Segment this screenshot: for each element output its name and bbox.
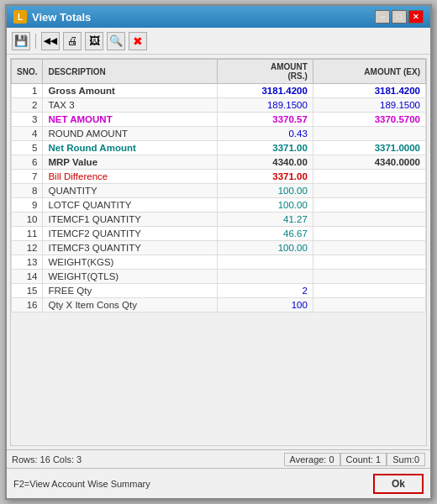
table-row: 41.27 (218, 213, 313, 227)
table-row: 189.1500 (313, 98, 425, 113)
table-row: 3371.00 (218, 170, 313, 184)
table-row: 100.00 (218, 241, 313, 255)
table-row: ROUND AMOUNT (43, 127, 218, 141)
table-row (313, 198, 425, 213)
table-row (313, 255, 425, 270)
table-row: 14 (12, 270, 43, 284)
data-table-container[interactable]: SNO. DESCRIPTION AMOUNT(RS.) AMOUNT (EX)… (10, 58, 427, 446)
table-row (313, 127, 425, 141)
table-row: 13 (12, 255, 43, 270)
content-area: SNO. DESCRIPTION AMOUNT(RS.) AMOUNT (EX)… (7, 55, 430, 449)
table-row: 0.43 (218, 127, 313, 141)
table-row: 2 (218, 284, 313, 298)
table-row (218, 270, 313, 284)
table-row: ITEMCF1 QUANTITY (43, 213, 218, 227)
table-row: Gross Amount (43, 84, 218, 98)
main-window: L View Totals ─ □ ✕ 💾 ◀◀ 🖨 🖼 🔍 ✖ SNO. DE… (5, 4, 432, 500)
table-row: 15 (12, 284, 43, 298)
table-row (313, 184, 425, 198)
status-rows-cols: Rows: 16 Cols: 3 (12, 454, 284, 465)
table-row: NET AMOUNT (43, 113, 218, 127)
image-button[interactable]: 🖼 (85, 32, 103, 50)
table-row: 8 (12, 184, 43, 198)
table-header-row: SNO. DESCRIPTION AMOUNT(RS.) AMOUNT (EX) (12, 60, 426, 84)
table-row (313, 284, 425, 298)
table-row: ITEMCF2 QUANTITY (43, 227, 218, 241)
window-controls: ─ □ ✕ (375, 10, 424, 24)
table-row: 100 (218, 298, 313, 312)
table-row: 12 (12, 241, 43, 255)
status-average: Average: 0 (284, 453, 340, 466)
col-amount-rs: AMOUNT(RS.) (218, 60, 313, 84)
table-row: 4340.0000 (313, 155, 425, 170)
status-sum: Sum:0 (387, 453, 425, 466)
data-table: SNO. DESCRIPTION AMOUNT(RS.) AMOUNT (EX)… (11, 59, 426, 312)
status-count: Count: 1 (340, 453, 387, 466)
delete-button[interactable]: ✖ (129, 32, 147, 50)
f2-hint: F2=View Account Wise Summary (13, 479, 150, 489)
table-row: FREE Qty (43, 284, 218, 298)
table-row: ITEMCF3 QUANTITY (43, 241, 218, 255)
bottom-bar: F2=View Account Wise Summary Ok (7, 468, 430, 498)
close-button[interactable]: ✕ (408, 10, 424, 24)
table-row: Net Round Amount (43, 141, 218, 155)
table-row: Bill Difference (43, 170, 218, 184)
search-button[interactable]: 🔍 (107, 32, 125, 50)
table-row: 100.00 (218, 198, 313, 213)
title-bar: L View Totals ─ □ ✕ (7, 6, 430, 28)
table-row (313, 213, 425, 227)
app-icon: L (13, 10, 27, 24)
table-row: 11 (12, 227, 43, 241)
table-row (313, 227, 425, 241)
table-row: 3181.4200 (313, 84, 425, 98)
table-row: 4 (12, 127, 43, 141)
col-sno: SNO. (12, 60, 43, 84)
save-button[interactable]: 💾 (12, 32, 30, 50)
table-row: 5 (12, 141, 43, 155)
table-row (313, 298, 425, 312)
table-row (313, 241, 425, 255)
table-row: WEIGHT(KGS) (43, 255, 218, 270)
table-row: 100.00 (218, 184, 313, 198)
toolbar-separator (35, 34, 36, 49)
toolbar: 💾 ◀◀ 🖨 🖼 🔍 ✖ (7, 28, 430, 55)
table-row (313, 170, 425, 184)
col-amount-ex: AMOUNT (EX) (313, 60, 425, 84)
table-row (313, 270, 425, 284)
table-row: 10 (12, 213, 43, 227)
window-title: View Totals (32, 11, 91, 24)
table-row: 3181.4200 (218, 84, 313, 98)
table-row: 3371.0000 (313, 141, 425, 155)
table-row: QUANTITY (43, 184, 218, 198)
table-row: LOTCF QUANTITY (43, 198, 218, 213)
print-button[interactable]: 🖨 (63, 32, 82, 50)
status-stats: Average: 0 Count: 1 Sum:0 (284, 453, 425, 466)
table-row: 3370.57 (218, 113, 313, 127)
table-row: 3370.5700 (313, 113, 425, 127)
table-row: Qty X Item Cons Qty (43, 298, 218, 312)
table-row: 6 (12, 155, 43, 170)
ok-button[interactable]: Ok (373, 474, 424, 494)
minimize-button[interactable]: ─ (375, 10, 390, 24)
maximize-button[interactable]: □ (392, 10, 407, 24)
table-row: 189.1500 (218, 98, 313, 113)
table-row: 3371.00 (218, 141, 313, 155)
table-row: 3 (12, 113, 43, 127)
col-description: DESCRIPTION (43, 60, 218, 84)
table-row: 4340.00 (218, 155, 313, 170)
table-row: 46.67 (218, 227, 313, 241)
table-row: MRP Value (43, 155, 218, 170)
table-row: 7 (12, 170, 43, 184)
status-bar: Rows: 16 Cols: 3 Average: 0 Count: 1 Sum… (7, 449, 430, 468)
table-row: WEIGHT(QTLS) (43, 270, 218, 284)
nav-back-button[interactable]: ◀◀ (41, 32, 60, 50)
table-row: TAX 3 (43, 98, 218, 113)
table-row: 16 (12, 298, 43, 312)
table-row: 1 (12, 84, 43, 98)
table-row (218, 255, 313, 270)
table-row: 2 (12, 98, 43, 113)
table-row: 9 (12, 198, 43, 213)
